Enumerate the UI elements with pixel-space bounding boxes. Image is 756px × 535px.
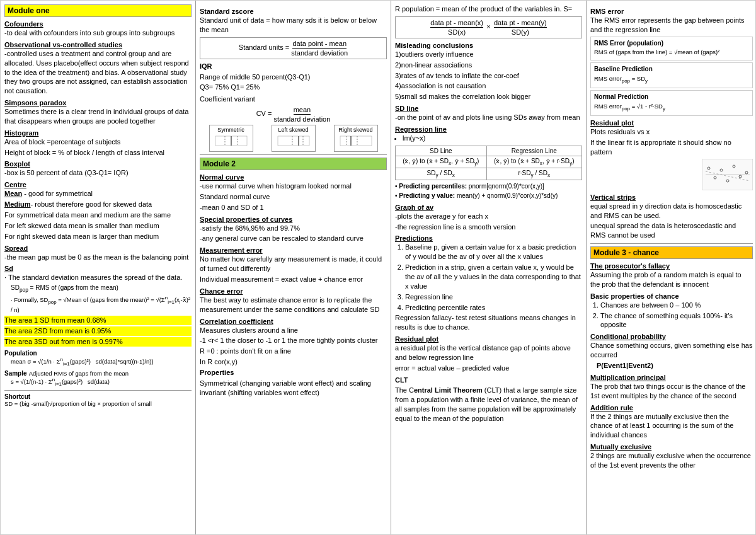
svg-rect-4 [278, 136, 309, 146]
clt-bold-text: entral Limit Theorem [414, 386, 483, 394]
correlation-text: Measures clusters around a line [200, 326, 387, 335]
basic-props-title: Basic properties of chance [590, 292, 753, 300]
symmetrical-prop: Symmetrical (changing variable wont effe… [200, 379, 387, 398]
sd-line-col: SD Line [396, 146, 487, 156]
sample-section: Sample Adjusted RMS of gaps from the mea… [4, 369, 192, 388]
table-row2-sdline: SDy / SDx [396, 168, 487, 180]
boxplot-section: Boxplot -box is 50 percent of data (Q3-Q… [4, 160, 192, 178]
prediction3: Regression line [405, 292, 582, 302]
standard-units-formula: Standard units = data point - mean stand… [200, 37, 387, 59]
clt-section: CLT The Central Limit Theorem (CLT) that… [395, 376, 582, 423]
measurement-section: Measurement error No matter how carefull… [200, 246, 387, 284]
cv-numerator: mean [294, 106, 311, 115]
correlation-section: Correlation coefficient Measures cluster… [200, 318, 387, 398]
sd-line-section: SD line -on the point of av and plots li… [395, 105, 582, 122]
residual-plot-section: Residual plot a residual plot is the ver… [395, 335, 582, 373]
correlation-title: Correlation coefficient [200, 318, 387, 325]
spread-section: Spread -the mean gap must be 0 as the me… [4, 244, 192, 262]
misleading-3: 3)rates of av tends to inflate the cor-c… [395, 71, 582, 81]
predicting-y-bold: Predicting y value: [399, 192, 455, 199]
table-row1-sdline: (x̄, ȳ) to (x̄ + SDx, ȳ + SDy) [396, 156, 487, 168]
symmetric-svg [212, 133, 250, 149]
area1: The area 1 SD from mean 0.68% [4, 316, 192, 325]
regression-formula: lm(y~x) [403, 134, 582, 143]
histogram-section: Histogram Area of block =percentage of s… [4, 129, 192, 158]
rms-population-box: RMS Error (population) RMS of (gaps from… [590, 37, 753, 60]
misleading-5: 5)small sd makes the correlation look bi… [395, 92, 582, 101]
conditional-text: Chance something occurs, given something… [590, 341, 753, 360]
normal-curve-text: -use normal curve when histogram looked … [200, 181, 387, 191]
table-row1-regline: (x̄, ȳ) to (x̄ + SDx, ȳ + r·SDy) [486, 156, 581, 168]
addition-text: If the 2 things are mutually exclusive t… [590, 412, 753, 440]
special-prop2: -any general curve can be rescaled to st… [200, 234, 387, 243]
addition-section: Addition rule If the 2 things are mutual… [590, 404, 753, 440]
q-values: Q3= 75% Q1= 25% [200, 83, 387, 92]
in-r: In R cor(x,y) [200, 357, 387, 367]
population-label: Population [4, 350, 37, 357]
shortcut-label: Shortcut [4, 393, 30, 400]
sd-title: Sd [4, 265, 192, 272]
module3-header: Module 3 - chance [590, 246, 753, 259]
data-pt-formula: data pt - mean(x) SD(x) × data pt - mean… [395, 16, 582, 38]
multiplication-section: Multiplication principal The prob that t… [590, 374, 753, 401]
shortcut-formula: SD = (big -small)√proportion of big × pr… [4, 400, 192, 408]
medium-text: Medium- robust therefore good for skewed… [4, 200, 192, 209]
mutually-title: Mutually exclusive [590, 443, 753, 451]
graph-av-text2: -the regression line is a smooth version [395, 222, 582, 232]
addition-title: Addition rule [590, 404, 753, 411]
simpsons-text: Sometimes there is a clear trend in indi… [4, 107, 192, 126]
left-skewed-text: For left skewed data mean is smaller tha… [4, 221, 192, 231]
regression-line-col: Regression Line [486, 146, 581, 156]
chance-error-text: The best way to estimate chance error is… [200, 296, 387, 314]
sample-label: Sample [4, 370, 27, 377]
datax-den: SD(x) [448, 28, 466, 36]
mutually-section: Mutually exclusive 2 things are mutually… [590, 443, 753, 470]
cofounders-section: Cofounders -to deal with cofounders into… [4, 20, 192, 38]
col2: Standard zscore Standard unit of data = … [196, 1, 391, 534]
predicting-section: • Predicting percentiles: pnorm[qnorm(0.… [395, 182, 582, 200]
normal-pred-box: Normal Prediction RMS errorpop = √1 - r²… [590, 90, 753, 116]
cv-fraction: mean standard deviation [273, 106, 330, 123]
misleading-4: 4)association is not causation [395, 81, 582, 91]
predictions-section: Predictions Baseline p, given a certain … [395, 234, 582, 332]
conditional-formula: P(Event1|Event2) [597, 361, 753, 371]
residual-plot-text: a residual plot is the vertical distance… [395, 343, 582, 362]
residual-plot-col4-section: Residual plot Plots residuals vs x If th… [590, 119, 753, 190]
prediction4: Predicting percentile rates [405, 303, 582, 313]
sd-text: · The standard deviation measures the sp… [4, 273, 192, 282]
r-population-section: R population = mean of the product of th… [395, 4, 582, 38]
residual-if: If the linear fit is appropriate it shou… [590, 138, 753, 157]
module1-header: Module one [4, 4, 192, 17]
clt-text: The Central Limit Theorem (CLT) that a l… [395, 386, 582, 423]
baseline-formula: RMS errorpop = SDy [594, 75, 749, 85]
histogram-title: Histogram [4, 129, 192, 137]
mean-label: Mean [4, 190, 22, 197]
iqr-section: IQR Range of middle 50 percent(Q3-Q1) Q3… [200, 62, 387, 93]
basic-prop2: The chance of something equals 100%- it'… [600, 311, 753, 330]
standard-zscore-title: Standard zscore [200, 8, 387, 15]
sd-line-title: SD line [395, 105, 582, 112]
misleading-1: 1)outliers overly influence [395, 50, 582, 59]
left-skewed-diagram: Left skewed [272, 125, 316, 152]
clt-label: CLT [395, 376, 582, 385]
conditional-title: Conditional probability [590, 333, 753, 340]
datay-num: data pt - mean(y) [494, 19, 547, 28]
vertical-strips-section: Vertical strips equal spread in y direct… [590, 193, 753, 240]
datay-den: SD(y) [512, 28, 529, 36]
measurement-text: No matter how carefully any measurement … [200, 255, 387, 273]
symmetric-label: Symmetric [212, 127, 250, 133]
graph-av-text1: -plots the average y for each x [395, 212, 582, 221]
prosecutors-title: The prosecutor's fallacy [590, 262, 753, 270]
residual-plot-svg [702, 159, 753, 190]
histogram-text1: Area of block =percentage of subjects [4, 137, 192, 147]
misleading-2: 2)non-linear associations [395, 60, 582, 70]
baseline-box: Baseline Prediction RMS errorpop = SDy [590, 62, 753, 88]
col4-divider [590, 243, 753, 244]
conditional-section: Conditional probability Chance something… [590, 333, 753, 371]
shortcut-section: Shortcut SD = (big -small)√proportion of… [4, 390, 192, 408]
mutually-text: 2 things are mutually exclusive when the… [590, 451, 753, 470]
regression-fallacy: Regression fallacy- test retest situatio… [395, 313, 582, 332]
regression-title: Regression line [395, 125, 582, 133]
normal-curve-title: Normal curve [200, 173, 387, 181]
multiplication-title: Multiplication principal [590, 374, 753, 381]
